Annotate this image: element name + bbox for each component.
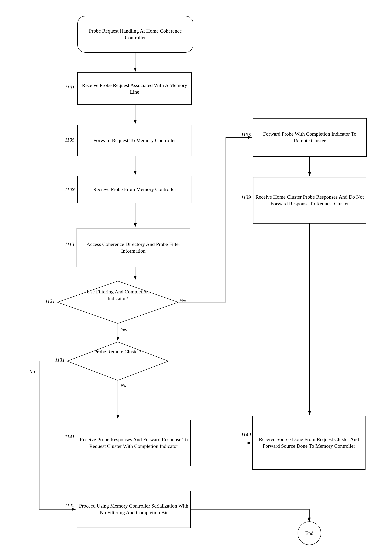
ref-label-1105: 1105	[65, 137, 75, 143]
node-1149-label: Receive Source Done From Request Cluster…	[253, 435, 365, 451]
yes-label-1121: Yes	[121, 327, 127, 332]
ref-label-1149: 1149	[241, 432, 251, 438]
node-1149: Receive Source Done From Request Cluster…	[252, 416, 365, 470]
ref-label-1109: 1109	[65, 186, 75, 192]
ref-label-1101: 1101	[65, 84, 75, 90]
ref-label-1135: 1135	[241, 132, 251, 138]
start-node: Probe Request Handling At Home Coherence…	[77, 16, 193, 53]
node-1135: Forward Probe With Completion Indicator …	[253, 118, 367, 157]
end-node: End	[298, 521, 321, 545]
node-1141-label: Receive Probe Responses And Forward Resp…	[77, 435, 190, 451]
node-1105-label: Forward Request To Memory Controller	[92, 136, 178, 145]
node-1109-label: Recieve Probe From Memory Controller	[91, 185, 178, 194]
ref-label-1139: 1139	[241, 194, 251, 200]
node-1135-label: Forward Probe With Completion Indicator …	[253, 129, 366, 146]
node-1113-label: Access Coherence Directory And Probe Fil…	[77, 239, 190, 256]
node-1105: Forward Request To Memory Controller	[77, 125, 192, 156]
node-1145: Proceed Using Memory Controller Serializ…	[77, 491, 191, 528]
ref-label-1145: 1145	[65, 502, 75, 508]
no-label-1131-bottom: No	[121, 383, 126, 388]
ref-label-1121: 1121	[45, 298, 55, 304]
node-1131: Probe Remote Cluster?	[67, 342, 169, 381]
ref-label-1131: 1131	[55, 357, 65, 363]
node-1141: Receive Probe Responses And Forward Resp…	[77, 420, 191, 466]
node-1101-label: Receive Probe Request Associated With A …	[78, 81, 191, 97]
ref-label-1113: 1113	[65, 241, 74, 247]
node-1139-label: Receive Home Cluster Probe Responses And…	[254, 192, 366, 209]
node-1101: Receive Probe Request Associated With A …	[77, 72, 192, 105]
end-label: End	[304, 528, 315, 538]
node-1121: Use Filtering And Completion Indicator?	[57, 281, 179, 324]
node-1109: Recieve Probe From Memory Controller	[77, 176, 192, 203]
ref-label-1141: 1141	[65, 434, 75, 440]
no-label-1131-left: No	[29, 369, 35, 374]
start-label: Probe Request Handling At Home Coherence…	[78, 26, 193, 43]
yes-label-1121-right: Yes	[180, 298, 186, 304]
flowchart-diagram: Probe Request Handling At Home Coherence…	[0, 0, 392, 547]
node-1139: Receive Home Cluster Probe Responses And…	[253, 177, 366, 224]
node-1113: Access Coherence Directory And Probe Fil…	[76, 228, 190, 267]
node-1145-label: Proceed Using Memory Controller Serializ…	[77, 501, 190, 518]
